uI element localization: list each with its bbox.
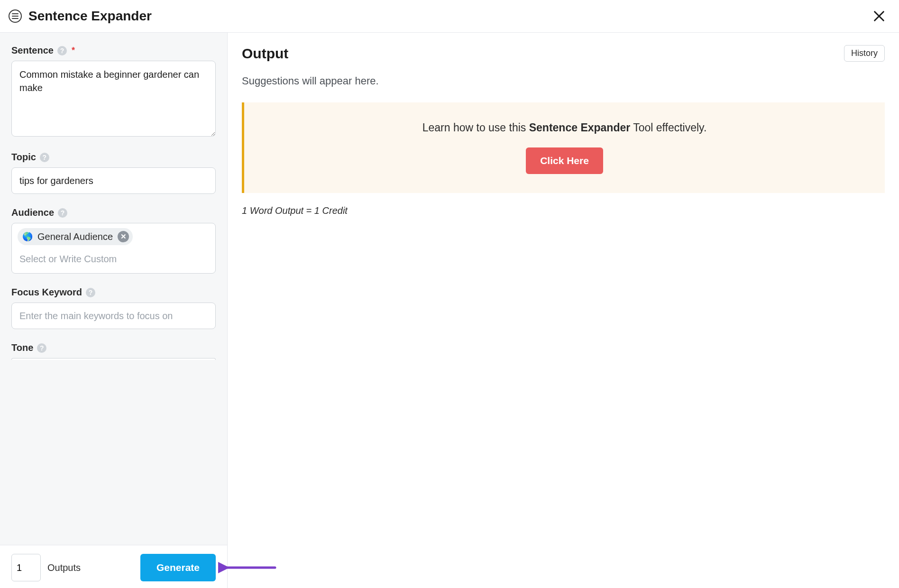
close-icon: [872, 9, 886, 23]
tone-label: Tone: [11, 342, 33, 353]
learn-more-button[interactable]: Click Here: [526, 147, 603, 174]
bottom-bar: Outputs Generate: [0, 545, 227, 588]
main: Sentence ? * Topic ? Audience ?: [0, 33, 899, 588]
header-left: Sentence Expander: [9, 9, 152, 24]
callout-prefix: Learn how to use this: [422, 121, 529, 134]
callout-suffix: Tool effectively.: [630, 121, 706, 134]
help-icon[interactable]: ?: [58, 208, 67, 218]
info-callout: Learn how to use this Sentence Expander …: [242, 102, 885, 193]
focus-keyword-label-row: Focus Keyword ?: [11, 287, 216, 298]
right-panel: Output History Suggestions will appear h…: [228, 33, 899, 588]
chip-remove-icon[interactable]: ✕: [118, 231, 129, 242]
help-icon[interactable]: ?: [37, 343, 46, 353]
help-icon[interactable]: ?: [40, 153, 49, 162]
tone-label-row: Tone ?: [11, 342, 216, 353]
audience-input-box[interactable]: 🌎 General Audience ✕: [11, 223, 216, 274]
topic-label: Topic: [11, 152, 36, 163]
header: Sentence Expander: [0, 0, 899, 33]
credit-note: 1 Word Output = 1 Credit: [242, 205, 885, 216]
tone-input-peek: [11, 358, 216, 360]
sentence-group: Sentence ? *: [11, 45, 216, 138]
left-panel: Sentence ? * Topic ? Audience ?: [0, 33, 228, 588]
audience-chip-label: General Audience: [37, 231, 113, 242]
outputs-label: Outputs: [47, 562, 81, 573]
output-header: Output History: [242, 45, 885, 62]
help-icon[interactable]: ?: [86, 288, 95, 297]
focus-keyword-input[interactable]: [11, 303, 216, 329]
audience-group: Audience ? 🌎 General Audience ✕: [11, 207, 216, 274]
topic-group: Topic ?: [11, 152, 216, 194]
outputs-wrap: Outputs: [11, 554, 81, 581]
callout-bold: Sentence Expander: [529, 121, 630, 134]
tone-group: Tone ?: [11, 342, 216, 360]
menu-icon[interactable]: [9, 9, 22, 23]
output-title: Output: [242, 46, 288, 62]
focus-keyword-group: Focus Keyword ?: [11, 287, 216, 329]
required-star-icon: *: [72, 46, 75, 55]
sentence-input[interactable]: [11, 61, 216, 137]
sentence-label: Sentence: [11, 45, 54, 56]
topic-label-row: Topic ?: [11, 152, 216, 163]
history-button[interactable]: History: [844, 45, 885, 62]
suggestions-placeholder: Suggestions will appear here.: [242, 75, 885, 87]
help-icon[interactable]: ?: [57, 46, 67, 55]
topic-input[interactable]: [11, 167, 216, 194]
generate-button[interactable]: Generate: [140, 554, 216, 581]
focus-keyword-label: Focus Keyword: [11, 287, 82, 298]
audience-text-input[interactable]: [18, 251, 210, 269]
globe-icon: 🌎: [22, 231, 33, 242]
audience-label-row: Audience ?: [11, 207, 216, 218]
sentence-label-row: Sentence ? *: [11, 45, 216, 56]
audience-label: Audience: [11, 207, 54, 218]
page-title: Sentence Expander: [28, 9, 152, 24]
outputs-count-input[interactable]: [11, 554, 41, 581]
callout-text: Learn how to use this Sentence Expander …: [258, 121, 871, 134]
form-scroll: Sentence ? * Topic ? Audience ?: [0, 33, 227, 545]
close-button[interactable]: [870, 7, 889, 26]
audience-chip[interactable]: 🌎 General Audience ✕: [18, 228, 133, 245]
